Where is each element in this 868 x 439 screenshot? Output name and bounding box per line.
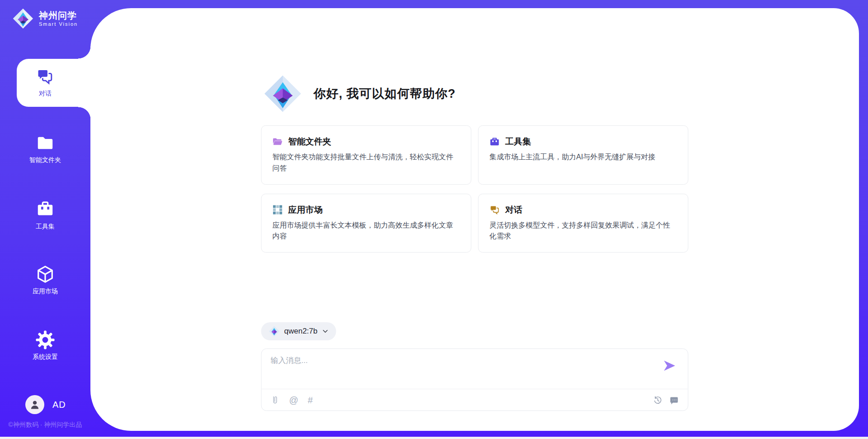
grid-icon xyxy=(273,205,283,215)
brand-name: 神州问学 xyxy=(39,10,78,20)
brand-diamond-icon xyxy=(13,8,33,29)
tab-curve-bottom xyxy=(78,107,91,119)
feedback-message-icon[interactable] xyxy=(670,396,679,405)
chat-icon xyxy=(490,205,500,215)
send-icon[interactable] xyxy=(663,359,676,372)
mention-icon[interactable]: @ xyxy=(289,396,298,405)
sidebar-item-label: 应用市场 xyxy=(33,287,58,296)
brand-subtitle: Smart Vision xyxy=(39,21,78,27)
greeting: 你好, 我可以如何帮助你? xyxy=(264,75,456,113)
briefcase-icon xyxy=(36,200,55,219)
message-input[interactable] xyxy=(271,355,656,385)
sidebar-item-label: 智能文件夹 xyxy=(29,156,61,164)
tab-curve-top xyxy=(78,46,91,59)
main-panel: 你好, 我可以如何帮助你? 智能文件夹 智能文件夹功能支持批量文件上传与清洗，轻… xyxy=(90,8,859,431)
sidebar-item-settings[interactable]: 系统设置 xyxy=(0,330,90,361)
user-profile[interactable]: AD xyxy=(25,395,66,414)
card-title: 智能文件夹 xyxy=(288,136,331,148)
history-icon[interactable] xyxy=(653,396,663,405)
user-name: AD xyxy=(52,400,66,410)
copyright-text: ©神州数码 · 神州问学出品 xyxy=(0,421,90,429)
card-title: 工具集 xyxy=(505,136,531,148)
model-selector[interactable]: qwen2:7b xyxy=(261,322,336,340)
card-toolset[interactable]: 工具集 集成市场上主流工具，助力AI与外界无缝扩展与对接 xyxy=(478,125,689,185)
cube-icon xyxy=(36,265,55,284)
folder-open-icon xyxy=(273,137,283,147)
chevron-down-icon xyxy=(322,328,328,334)
card-app-market[interactable]: 应用市场 应用市场提供丰富长文本模板，助力高效生成多样化文章内容 xyxy=(261,194,472,253)
model-diamond-icon xyxy=(269,326,280,337)
card-smart-folder[interactable]: 智能文件夹 智能文件夹功能支持批量文件上传与清洗，轻松实现文件问答 xyxy=(261,125,472,185)
briefcase-icon xyxy=(490,137,500,147)
sidebar-item-market[interactable]: 应用市场 xyxy=(0,265,90,296)
greeting-diamond-icon xyxy=(264,75,302,113)
bottom-scrollbar-strip[interactable] xyxy=(0,437,868,439)
model-name: qwen2:7b xyxy=(284,327,318,336)
folder-icon xyxy=(36,134,55,153)
person-icon xyxy=(29,399,41,410)
card-description: 智能文件夹功能支持批量文件上传与清洗，轻松实现文件问答 xyxy=(273,152,460,174)
sidebar-item-label: 工具集 xyxy=(36,223,55,231)
attach-file-icon[interactable] xyxy=(271,395,280,405)
greeting-text: 你好, 我可以如何帮助你? xyxy=(314,86,456,102)
avatar xyxy=(25,395,44,414)
app-logo: 神州问学 Smart Vision xyxy=(13,8,78,29)
card-description: 集成市场上主流工具，助力AI与外界无缝扩展与对接 xyxy=(490,152,677,163)
sidebar-item-label: 系统设置 xyxy=(33,353,58,361)
sidebar-item-chat[interactable]: 对话 xyxy=(0,67,90,98)
feature-cards: 智能文件夹 智能文件夹功能支持批量文件上传与清洗，轻松实现文件问答 工具集 xyxy=(261,125,689,253)
sidebar-item-label: 对话 xyxy=(39,90,52,98)
sidebar-item-folder[interactable]: 智能文件夹 xyxy=(0,134,90,164)
card-title: 应用市场 xyxy=(288,204,323,216)
sidebar-item-tools[interactable]: 工具集 xyxy=(0,200,90,231)
card-description: 应用市场提供丰富长文本模板，助力高效生成多样化文章内容 xyxy=(273,220,460,243)
chat-bubbles-icon xyxy=(36,67,55,86)
message-input-container: @ # xyxy=(261,348,689,411)
gear-icon xyxy=(36,330,55,349)
sidebar: 神州问学 Smart Vision 对话 智能文件夹 工具集 应 xyxy=(0,0,90,439)
hashtag-icon[interactable]: # xyxy=(308,396,313,405)
card-chat[interactable]: 对话 灵活切换多模型文件，支持多样回复效果调试，满足个性化需求 xyxy=(478,194,689,253)
composer: qwen2:7b xyxy=(261,322,689,411)
card-title: 对话 xyxy=(505,204,523,216)
card-description: 灵活切换多模型文件，支持多样回复效果调试，满足个性化需求 xyxy=(490,220,677,243)
